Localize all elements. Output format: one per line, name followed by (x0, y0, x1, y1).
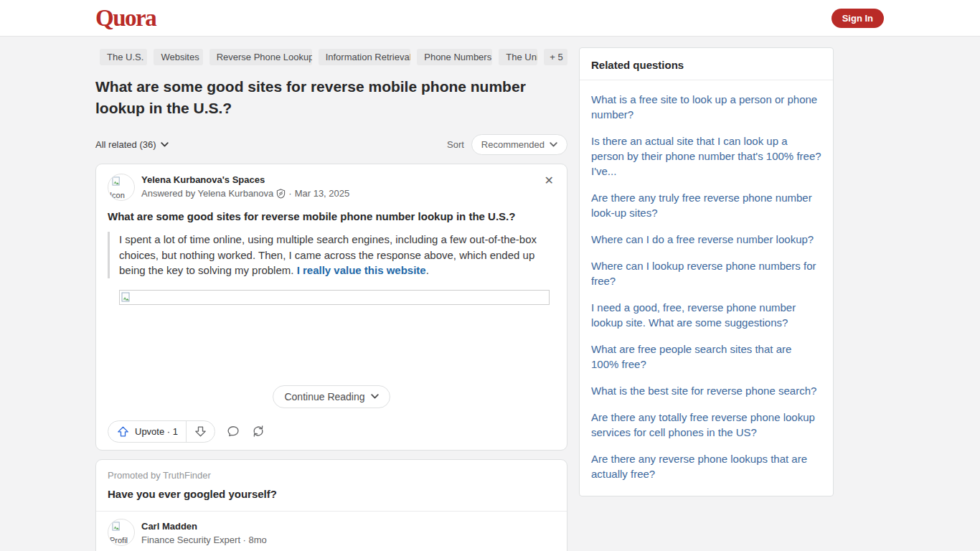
topic-chip-row: The U.S. Websites Reverse Phone Lookup I… (100, 49, 567, 65)
answer-byline: Answered by Yelena Kurbanova · Mar 13, 2… (141, 188, 349, 199)
sign-in-button[interactable]: Sign In (831, 9, 884, 28)
answer-inline-link[interactable]: I really value this website (297, 264, 426, 276)
promoted-headline[interactable]: Have you ever googled yourself? (96, 481, 567, 511)
related-questions-title: Related questions (580, 48, 833, 80)
broken-image-icon (121, 292, 131, 302)
answer-broken-image-placeholder[interactable] (119, 290, 550, 305)
related-question-link[interactable]: What is the best site for reverse phone … (591, 383, 821, 398)
answered-by-text[interactable]: Answered by Yelena Kurbanova (141, 188, 273, 199)
related-question-link[interactable]: What are free people search sites that a… (591, 342, 821, 372)
topic-chip-reverse-phone-lookup[interactable]: Reverse Phone Lookup (209, 49, 312, 65)
avatar-alt-text: Profil (110, 536, 128, 545)
topic-chip-websites[interactable]: Websites (154, 49, 202, 65)
badge-shield-icon (276, 189, 286, 199)
sort-control: Sort Recommended (447, 134, 567, 155)
upvote-arrow-icon (116, 425, 130, 438)
upvote-label: Upvote · 1 (135, 426, 178, 437)
comment-button[interactable] (226, 424, 240, 438)
collapsed-content-area (108, 305, 555, 385)
all-related-label: All related (36) (95, 139, 156, 150)
space-avatar[interactable]: Icon (108, 174, 135, 201)
share-button[interactable] (251, 424, 265, 438)
related-question-link[interactable]: Where can I do a free reverse number loo… (591, 232, 821, 247)
all-related-dropdown[interactable]: All related (36) (95, 139, 169, 150)
answer-card: Icon Yelena Kurbanova's Spaces Answered … (95, 164, 567, 451)
quora-logo[interactable]: Quora (95, 6, 156, 30)
dismiss-answer-button[interactable]: ✕ (542, 172, 557, 189)
byline-separator: · (288, 188, 291, 199)
author-avatar[interactable]: Profil (108, 519, 135, 546)
repost-share-icon (251, 424, 265, 438)
close-icon: ✕ (545, 174, 554, 187)
related-question-link[interactable]: Are there any reverse phone lookups that… (591, 451, 821, 481)
related-question-link[interactable]: Where can I lookup reverse phone numbers… (591, 258, 821, 288)
broken-image-icon (112, 176, 121, 186)
downvote-button[interactable] (187, 421, 215, 442)
chevron-down-icon (550, 142, 557, 147)
related-questions-list: What is a free site to look up a person … (580, 80, 833, 496)
topic-chip-phone-numbers[interactable]: Phone Numbers (417, 49, 492, 65)
space-name-link[interactable]: Yelena Kurbanova's Spaces (141, 174, 349, 185)
comment-icon (226, 424, 240, 438)
downvote-arrow-icon (194, 425, 207, 438)
answer-date[interactable]: Mar 13, 2025 (295, 188, 350, 199)
quote-period: . (426, 264, 429, 276)
answer-question-title[interactable]: What are some good sites for reverse mob… (108, 210, 555, 222)
filter-sort-row: All related (36) Sort Recommended (95, 134, 567, 155)
related-question-link[interactable]: What is a free site to look up a person … (591, 92, 821, 122)
broken-image-icon (112, 522, 121, 531)
top-navigation-bar: Quora Sign In (0, 0, 980, 37)
topic-chip-the-united[interactable]: The Unite (499, 49, 537, 65)
sort-label: Sort (447, 139, 464, 150)
topic-chip-information-retrieval[interactable]: Information Retrieval (319, 49, 411, 65)
promoted-author-row: Profil Carl Madden Finance Security Expe… (96, 512, 567, 551)
topic-chip-the-us[interactable]: The U.S. (100, 49, 147, 65)
sort-selected-value: Recommended (481, 139, 545, 150)
page-content: The U.S. Websites Reverse Phone Lookup I… (0, 37, 980, 551)
continue-reading-button[interactable]: Continue Reading (273, 385, 390, 408)
topic-chips-more-button[interactable]: + 5 (544, 49, 567, 65)
avatar-alt-text: Icon (110, 191, 125, 199)
related-question-link[interactable]: Are there any truly free reverse phone n… (591, 190, 821, 220)
upvote-button[interactable]: Upvote · 1 (108, 421, 187, 442)
answer-action-bar: Upvote · 1 (108, 420, 555, 443)
promoted-by-label: Promoted by TruthFinder (96, 460, 567, 481)
related-question-link[interactable]: I need a good, free, reverse phone numbe… (591, 300, 821, 330)
related-questions-card: Related questions What is a free site to… (579, 47, 834, 496)
vote-control: Upvote · 1 (108, 420, 215, 443)
main-column: The U.S. Websites Reverse Phone Lookup I… (95, 49, 567, 551)
sidebar: Related questions What is a free site to… (579, 49, 834, 496)
continue-reading-label: Continue Reading (284, 391, 364, 402)
chevron-down-icon (371, 394, 379, 399)
answer-quote-block: I spent a lot of time online, using mult… (108, 232, 548, 278)
question-title: What are some good sites for reverse mob… (95, 76, 540, 119)
related-question-link[interactable]: Are there any totally free reverse phone… (591, 410, 821, 440)
promoted-author-name[interactable]: Carl Madden (141, 519, 267, 532)
sort-dropdown[interactable]: Recommended (471, 134, 567, 155)
related-question-link[interactable]: Is there an actual site that I can look … (591, 133, 821, 179)
chevron-down-icon (161, 142, 169, 147)
answer-header: Icon Yelena Kurbanova's Spaces Answered … (108, 174, 555, 201)
promoted-author-credential: Finance Security Expert · 8mo (141, 534, 267, 545)
promoted-card: Promoted by TruthFinder Have you ever go… (95, 459, 567, 551)
